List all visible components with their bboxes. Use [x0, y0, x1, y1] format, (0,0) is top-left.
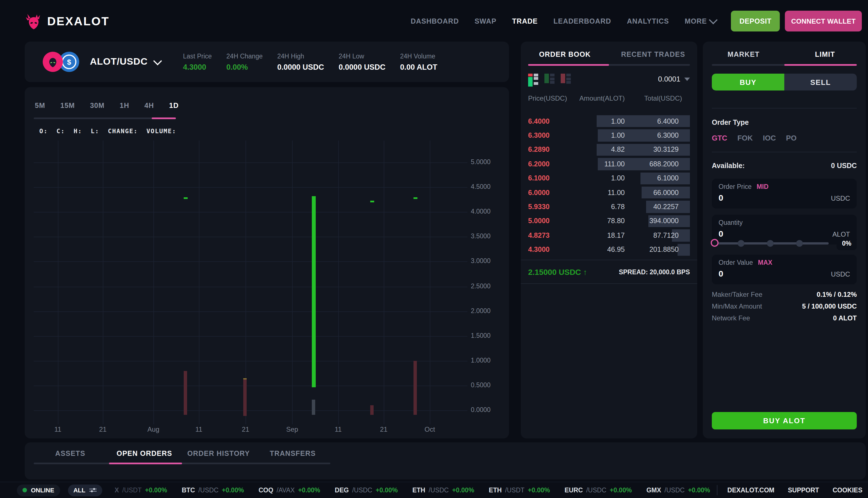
- nav-item-dashboard[interactable]: DASHBOARD: [411, 17, 459, 25]
- quantity-slider[interactable]: [712, 242, 829, 245]
- connect-wallet-button[interactable]: CONNECT WALLET: [785, 11, 862, 31]
- orderbook-view-bids-icon[interactable]: [544, 74, 555, 84]
- gridline: [384, 141, 384, 424]
- timeframe-tab-15m[interactable]: 15M: [61, 102, 75, 109]
- nav-item-trade[interactable]: TRADE: [512, 17, 538, 25]
- timeframe-tab-4h[interactable]: 4H: [144, 102, 154, 109]
- candle[interactable]: [414, 197, 417, 199]
- ask-price: 6.0000: [528, 188, 570, 196]
- slider-dot-50[interactable]: [767, 240, 774, 247]
- order-price-field[interactable]: Order Price MID 0 USDC: [712, 179, 857, 209]
- order-type-fok[interactable]: FOK: [737, 134, 753, 142]
- candle[interactable]: [370, 201, 374, 202]
- ticker-item[interactable]: ETH/USDC+0.00%: [412, 487, 474, 494]
- tab-limit[interactable]: LIMIT: [784, 51, 866, 58]
- footer-link-dexalot-com[interactable]: DEXALOT.COM: [727, 487, 774, 494]
- x-axis-tick-label: Sep: [286, 425, 298, 433]
- tab-order-history[interactable]: ORDER HISTORY: [182, 450, 256, 458]
- pair-info-panel: $ ALOT/USDC Last Price4.300024H Change0.…: [25, 42, 509, 82]
- pair-label: ALOT/USDC: [90, 56, 148, 67]
- ask-price: 6.3000: [528, 132, 570, 140]
- ask-price: 6.1000: [528, 174, 570, 182]
- buy-toggle-button[interactable]: BUY: [712, 74, 784, 91]
- ticker-item[interactable]: EURC/USDC+0.00%: [565, 487, 632, 494]
- order-book-ask-row[interactable]: 6.2000111.00688.2000: [528, 157, 690, 171]
- order-type-ioc[interactable]: IOC: [763, 134, 776, 142]
- order-type-gtc[interactable]: GTC: [712, 134, 727, 142]
- gridline: [103, 141, 103, 424]
- nav-item-analytics[interactable]: ANALYTICS: [627, 17, 669, 25]
- order-book-ask-row[interactable]: 4.827318.1787.7120: [528, 228, 690, 243]
- order-book-ask-row[interactable]: 6.30001.006.3000: [528, 129, 690, 143]
- fee-value: 5 / 100,000 USDC: [802, 302, 857, 310]
- ticker-item[interactable]: X/USDT+0.00%: [115, 487, 167, 494]
- slider-handle[interactable]: [711, 239, 719, 247]
- order-book-ask-row[interactable]: 5.000078.80394.0000: [528, 214, 690, 228]
- nav-item-swap[interactable]: SWAP: [475, 17, 496, 25]
- order-type-po[interactable]: PO: [786, 134, 797, 142]
- order-value-field[interactable]: Order Value MAX 0 USDC: [712, 254, 857, 285]
- order-book-ask-row[interactable]: 6.40001.006.4000: [528, 114, 690, 129]
- x-axis-tick-label: Oct: [425, 425, 435, 433]
- ticker-change: +0.00%: [528, 487, 550, 494]
- nav-item-leaderboard[interactable]: LEADERBOARD: [553, 17, 611, 25]
- last-price[interactable]: 2.15000 USDC ↑: [528, 267, 587, 276]
- order-price-input[interactable]: 0: [719, 193, 723, 202]
- tab-transfers[interactable]: TRANSFERS: [256, 450, 330, 458]
- orderbook-view-both-icon[interactable]: [528, 74, 539, 84]
- order-book-ask-row[interactable]: 6.28904.8230.3129: [528, 143, 690, 157]
- tab-assets[interactable]: ASSETS: [33, 450, 107, 458]
- timeframe-tab-1d[interactable]: 1D: [169, 102, 179, 109]
- ticker-item[interactable]: DEG/USDC+0.00%: [335, 487, 398, 494]
- buy-sell-toggle: BUYSELL: [712, 74, 857, 91]
- orderbook-view-asks-icon[interactable]: [561, 74, 571, 84]
- ask-amount: 6.78: [570, 203, 625, 211]
- dropdown-arrow-icon: [684, 77, 690, 81]
- slider-dot-75[interactable]: [796, 240, 803, 247]
- footer-link-cookies[interactable]: COOKIES: [832, 487, 863, 494]
- nav-item-more[interactable]: MORE: [684, 17, 716, 25]
- deposit-button[interactable]: DEPOSIT: [731, 11, 780, 31]
- order-value-input[interactable]: 0: [719, 269, 723, 278]
- order-book-tab-recent-trades[interactable]: RECENT TRADES: [609, 51, 697, 58]
- pair-selector[interactable]: ALOT/USDC: [90, 56, 161, 67]
- buy-alot-button[interactable]: BUY ALOT: [712, 412, 857, 430]
- fee-value: 0.1% / 0.12%: [817, 291, 857, 299]
- order-book-ask-row[interactable]: 6.10001.006.1000: [528, 171, 690, 185]
- order-book-ask-row[interactable]: 5.93306.7840.2257: [528, 200, 690, 214]
- timeframe-tab-30m[interactable]: 30M: [90, 102, 105, 109]
- gridline: [34, 336, 467, 337]
- timeframe-tab-5m[interactable]: 5M: [35, 102, 45, 109]
- order-book-tab-order-book[interactable]: ORDER BOOK: [521, 51, 609, 58]
- stat-value: 0.00 ALOT: [400, 63, 437, 71]
- ticker-item[interactable]: ETH/USDT+0.00%: [489, 487, 550, 494]
- mid-tag[interactable]: MID: [757, 183, 769, 190]
- tab-open-orders[interactable]: OPEN ORDERS: [107, 450, 182, 458]
- ticker-item[interactable]: BTC/USDC+0.00%: [182, 487, 244, 494]
- ticker-filter-button[interactable]: ALL: [68, 484, 102, 496]
- ticker-item[interactable]: GMX/USDC+0.00%: [646, 487, 710, 494]
- ask-price: 4.3000: [528, 246, 570, 253]
- order-book-controls: 0.0001: [528, 74, 690, 84]
- tab-market[interactable]: MARKET: [703, 51, 784, 58]
- y-axis-tick-label: 4.5000: [471, 183, 502, 190]
- volume-bar: [414, 361, 417, 415]
- sell-toggle-button[interactable]: SELL: [784, 74, 857, 91]
- footer-link-support[interactable]: SUPPORT: [788, 487, 819, 494]
- max-tag[interactable]: MAX: [758, 259, 772, 266]
- slider-dot-25[interactable]: [738, 240, 744, 247]
- order-book-ask-row[interactable]: 4.300046.95201.8850: [528, 243, 690, 257]
- candle[interactable]: [312, 196, 316, 388]
- dexalot-logo[interactable]: DEXALOT: [25, 13, 109, 29]
- candle[interactable]: [184, 197, 188, 199]
- column-header: Total(USDC): [625, 94, 690, 102]
- order-book-ask-row[interactable]: 6.000011.0066.0000: [528, 185, 690, 200]
- timeframe-tab-1h[interactable]: 1H: [120, 102, 129, 109]
- gridline: [34, 311, 467, 312]
- fee-label: Maker/Taker Fee: [712, 291, 762, 299]
- gridline: [34, 187, 467, 188]
- ticker-item[interactable]: COQ/AVAX+0.00%: [258, 487, 320, 494]
- y-axis-tick-label: 1.5000: [471, 332, 502, 339]
- precision-dropdown[interactable]: 0.0001: [658, 75, 690, 83]
- ticker-change: +0.00%: [452, 487, 474, 494]
